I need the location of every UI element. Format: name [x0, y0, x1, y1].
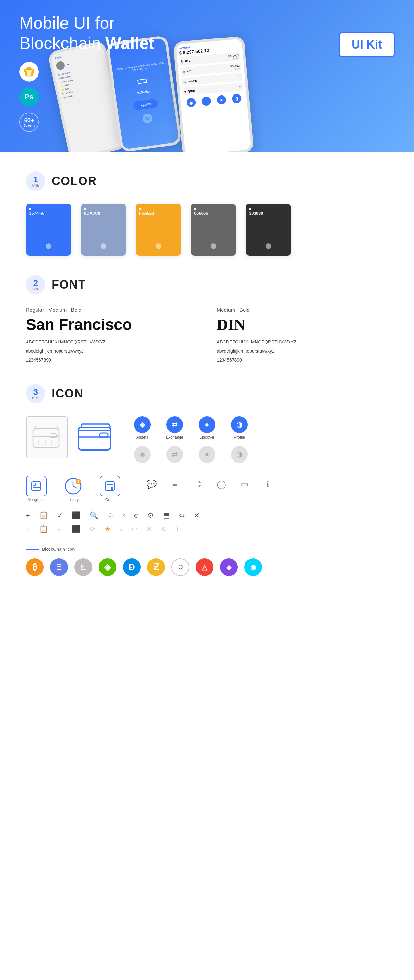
- hero-title: Mobile UI for Blockchain Wallet: [19, 13, 188, 53]
- blockchain-label: BlockChain Icon: [26, 547, 388, 552]
- info-icon: ℹ: [260, 476, 276, 493]
- chevron-left-icon: ‹: [123, 511, 125, 520]
- color-section-number: 1 ONE: [26, 172, 45, 191]
- icon-top-row: ◈ Assets ⇄ Exchange ● Discover ◑ Profile: [26, 416, 388, 463]
- star-icon-filled: ★: [105, 525, 111, 533]
- qr-icon: ⬛: [72, 511, 81, 520]
- crypto-icons-row: ₿ Ξ Ł ◈ Đ Ƶ ⬡ △ ◆ ◉: [26, 558, 388, 576]
- color-section-header: 1 ONE COLOR: [26, 172, 388, 191]
- star-icon: ☆: [107, 511, 114, 520]
- small-icon-row-1: + 📋 ✓ ⬛ 🔍 ☆ ‹ ⎋ ⚙ ⬒ ⇔ ✕: [26, 511, 388, 520]
- color-swatch-4: # 303030: [246, 204, 291, 256]
- icon-exchange-outline: ⇄: [162, 446, 188, 463]
- moon-icon: ☽: [189, 476, 206, 493]
- phone-right: myWallet $ 6,297,502.12 ₿BTC 738.2003+1.…: [173, 36, 254, 152]
- font-section-number: 2 TWO: [26, 275, 45, 294]
- font-section-title: FONT: [52, 278, 86, 291]
- icon-assets: ◈ Assets: [129, 416, 155, 439]
- expand-icon: ⇔: [179, 511, 185, 520]
- hero-badges: Ps 60+ Screens: [19, 62, 39, 132]
- screens-badge: 60+ Screens: [19, 113, 39, 132]
- bitcoin-icon: ₿: [26, 558, 44, 576]
- close-icon: ✕: [194, 511, 199, 520]
- sketch-badge: [19, 62, 39, 81]
- forward-icon-outline: ↻: [161, 525, 167, 533]
- skycoin-icon: ◉: [244, 558, 262, 576]
- search-icon-outline: ⟳: [89, 525, 96, 533]
- ps-badge: Ps: [19, 88, 39, 107]
- icon-section-header: 3 THREE ICON: [26, 384, 388, 403]
- svg-line-20: [109, 424, 111, 427]
- color-section: 1 ONE COLOR # 3574FA # 8DA0C8: [26, 172, 388, 256]
- box-arrow-icon: ⬒: [163, 511, 170, 520]
- share-icon-outline: ↩: [131, 525, 137, 533]
- icon-discover: ● Discover: [194, 416, 220, 439]
- ethereum-icon: Ξ: [50, 558, 68, 576]
- svg-rect-7: [50, 434, 57, 438]
- search-icon: 🔍: [89, 511, 98, 520]
- icon-discover-outline: ●: [194, 446, 220, 463]
- font-section-header: 2 TWO FONT: [26, 275, 388, 294]
- document-edit-icon: 📋: [39, 511, 48, 520]
- svg-rect-22: [33, 483, 36, 485]
- message-icon: ▭: [236, 476, 253, 493]
- qr-icon-outline: ⬛: [72, 525, 81, 533]
- zcash-icon: Ƶ: [147, 558, 165, 576]
- wallet-wireframe: [26, 416, 68, 458]
- nav-icons: ◈ Assets ⇄ Exchange ● Discover ◑ Profile: [129, 416, 252, 463]
- main-content: 1 ONE COLOR # 3574FA # 8DA0C8: [0, 152, 414, 615]
- icon-management: Mangment: [26, 476, 46, 502]
- icon-exchange: ⇄ Exchange: [162, 416, 188, 439]
- wallet-filled: [75, 416, 116, 458]
- font-grid: Regular · Medium · Bold San Francisco AB…: [26, 307, 388, 364]
- close-icon-outline: ✕: [146, 525, 152, 533]
- neo-icon: ◈: [99, 558, 116, 576]
- color-section-title: COLOR: [52, 174, 97, 188]
- small-icon-row-2: + 📋 ✓ ⬛ ⟳ ★ ‹ ↩ ✕ ↻ ℹ: [26, 525, 388, 533]
- icon-section-number: 3 THREE: [26, 384, 45, 403]
- icon-history: History: [63, 476, 83, 502]
- font-section: 2 TWO FONT Regular · Medium · Bold San F…: [26, 275, 388, 364]
- stack-icon: ≡: [166, 476, 183, 493]
- matic-icon: ◆: [220, 558, 238, 576]
- font-sf: Regular · Medium · Bold San Francisco AB…: [26, 307, 197, 364]
- icon-profile: ◑ Profile: [226, 416, 252, 439]
- check-icon: ✓: [57, 511, 63, 520]
- color-swatch-0: # 3574FA: [26, 204, 71, 256]
- blockchain-line: [26, 549, 39, 550]
- share-icon: ⎋: [134, 511, 139, 520]
- svg-rect-36: [111, 487, 113, 490]
- plus-icon-outline: +: [26, 525, 30, 533]
- ark-icon: △: [196, 558, 213, 576]
- font-din: Medium · Bold DIN ABCDEFGHIJKLMNOPQRSTUV…: [217, 307, 388, 364]
- chat-icon: 💬: [143, 476, 160, 493]
- document-edit-icon-outline: 📋: [39, 525, 48, 533]
- chevron-left-icon-outline: ‹: [120, 525, 122, 533]
- dash-icon: Đ: [123, 558, 141, 576]
- hero-section: Mobile UI for Blockchain Wallet UI Kit P…: [0, 0, 414, 152]
- icon-profile-outline: ◑: [226, 446, 252, 463]
- svg-line-28: [73, 486, 76, 488]
- plus-icon: +: [26, 511, 30, 520]
- icon-assets-outline: ◈: [129, 446, 155, 463]
- divider: [26, 540, 388, 540]
- color-swatch-1: # 8DA0C8: [81, 204, 126, 256]
- check-icon-outline: ✓: [57, 525, 63, 533]
- misc-icons: 💬 ≡ ☽ ◯ ▭ ℹ: [143, 476, 276, 493]
- color-swatch-3: # 666666: [191, 204, 236, 256]
- icon-order: Order: [100, 476, 120, 502]
- gear-icon: ⚙: [148, 511, 154, 520]
- icon-section-title: ICON: [52, 387, 83, 401]
- icon-section: 3 THREE ICON: [26, 384, 388, 576]
- info-icon-outline: ℹ: [176, 525, 178, 533]
- color-swatches: # 3574FA # 8DA0C8 # F5A623: [26, 204, 388, 256]
- middle-icon-row: Mangment History: [26, 476, 388, 502]
- iota-icon: ⬡: [171, 558, 189, 576]
- circle-icon: ◯: [213, 476, 230, 493]
- color-swatch-2: # F5A623: [136, 204, 181, 256]
- litecoin-icon: Ł: [75, 558, 92, 576]
- svg-rect-16: [78, 431, 111, 437]
- svg-line-10: [57, 426, 58, 428]
